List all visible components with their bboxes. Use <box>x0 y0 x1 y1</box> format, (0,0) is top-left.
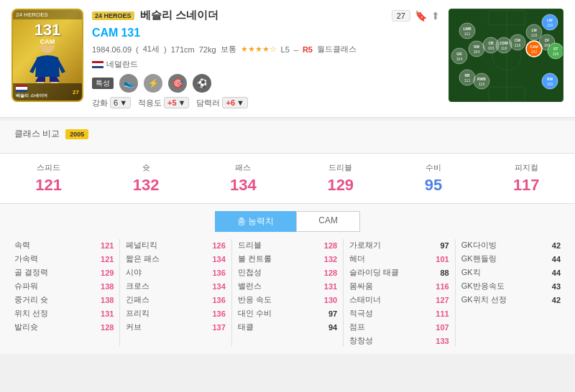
stat-row: 창창성133 <box>346 335 451 347</box>
svg-text:126: 126 <box>553 52 559 56</box>
stat-row-value: 133 <box>428 337 449 345</box>
player-meta: 1984.06.09 ( 41세 ) 171cm 72kg 보통 ★★★★☆ L… <box>92 44 440 55</box>
svg-point-27 <box>510 34 525 50</box>
player-number-badge: 27 <box>392 10 410 22</box>
stat-row: 커브137 <box>123 321 228 333</box>
enh-강화-caret: ▼ <box>119 98 127 107</box>
stat-row-name: 커브 <box>126 322 142 332</box>
stat-row-value: 107 <box>428 323 449 332</box>
svg-point-36 <box>548 43 564 59</box>
col-divider <box>119 239 120 347</box>
stat-row-name: 스태미너 <box>349 294 381 305</box>
svg-point-42 <box>474 73 489 89</box>
svg-text:CDM: CDM <box>500 41 507 45</box>
player-name: 베슬리 스네이더 <box>140 9 218 22</box>
svg-text:103: 103 <box>488 46 494 50</box>
stat-row-name: 가로채기 <box>349 240 381 251</box>
stat-row-name: 속력 <box>14 240 30 251</box>
position-label: CAM <box>92 27 118 39</box>
stat-row-name: GK위치 선정 <box>461 294 507 305</box>
col-divider <box>343 239 344 347</box>
stat-row: 점프107 <box>346 321 451 333</box>
defense-value: 95 <box>425 176 442 195</box>
stat-row: 적극성111 <box>346 307 451 319</box>
stat-row-name: 헤더 <box>349 253 365 264</box>
stat-row-name: 가속력 <box>14 253 38 264</box>
svg-point-24 <box>496 37 512 53</box>
svg-text:132: 132 <box>531 50 538 54</box>
svg-text:RB: RB <box>464 73 470 78</box>
stars: ★★★★☆ <box>241 45 277 54</box>
svg-text:111: 111 <box>464 32 471 36</box>
enh-담력러-select[interactable]: +6 ▼ <box>222 97 247 108</box>
col-divider <box>231 239 232 347</box>
svg-text:ST: ST <box>553 47 558 51</box>
stat-row-value: 131 <box>316 282 337 291</box>
stat-row-value: 134 <box>204 282 226 291</box>
svg-text:LM: LM <box>531 28 536 32</box>
player-info: 24 HEROES 베슬리 스네이더 27 🔖 ⬆ CAM 131 1984.0… <box>92 9 440 108</box>
bookmark-icon[interactable]: 🔖 <box>415 10 427 22</box>
stat-row-value: 136 <box>204 269 226 277</box>
svg-point-39 <box>459 70 475 85</box>
tab-cam[interactable]: CAM <box>296 211 360 232</box>
stat-row-name: 점프 <box>349 322 365 332</box>
svg-text:116: 116 <box>501 46 507 50</box>
enh-담력러-label: 담력러 <box>196 98 220 108</box>
svg-point-15 <box>451 48 467 64</box>
stat-row-name: 위치 선정 <box>14 308 48 319</box>
stat-row-value: 136 <box>204 296 226 304</box>
stat-row: 긴패스136 <box>123 294 228 306</box>
trait-accel-icon: ⚡ <box>144 74 162 93</box>
enh-적응도-select[interactable]: +5 ▼ <box>164 97 189 108</box>
stat-row-value: 128 <box>316 269 337 277</box>
class-badge[interactable]: 2005 <box>65 129 88 139</box>
defense-label: 수비 <box>426 162 441 173</box>
position-rating: CAM 131 <box>92 27 440 39</box>
stat-column-3: 드리블128볼 컨트롤132민첩성128밸런스131반응 속도130대인 수비9… <box>235 239 340 347</box>
stat-row-value: 97 <box>428 241 449 250</box>
formation-chart: LWB111LW120LM116GK104SW104CB103CDM116CM1… <box>448 9 564 102</box>
player-card: 24 HEROES 131 CAM <box>12 9 83 102</box>
stat-row: 발리슛128 <box>12 321 116 333</box>
stat-row-value: 138 <box>92 282 114 291</box>
stat-column-2: 페널티킥126짧은 패스134시야136크로스134긴패스136프리킥136커브… <box>123 239 228 347</box>
stat-row-value: 132 <box>316 255 337 263</box>
stat-row-name: 크로스 <box>126 281 150 291</box>
enh-강화-select[interactable]: 6 ▼ <box>110 97 131 108</box>
class-compare-label: 클래스 비교 <box>14 128 60 140</box>
player-silhouette <box>22 45 73 83</box>
stat-row-value: 44 <box>539 269 561 277</box>
stat-row: 짧은 패스134 <box>123 253 228 265</box>
stat-row: 프리킥136 <box>123 307 228 319</box>
stat-column-1: 속력121가속력121골 결정력129슈파워138중거리 슛138위치 선정13… <box>12 239 116 347</box>
stat-row: 가속력121 <box>12 253 116 265</box>
svg-text:SW: SW <box>474 45 479 49</box>
stat-row-name: GK다이빙 <box>461 240 497 251</box>
class: 월드클래스 <box>317 44 356 55</box>
dob: 1984.06.09 <box>92 45 132 54</box>
stat-row: 슈파워138 <box>12 280 116 292</box>
card-rating: 131 <box>34 22 61 38</box>
weight: 72kg <box>199 45 216 54</box>
card-badge-label: 24 HEROES <box>16 11 48 18</box>
card-flag <box>16 85 27 92</box>
stat-row-name: 드리블 <box>238 240 262 251</box>
card-player-name: 베슬리 스네이더 <box>16 93 47 99</box>
svg-text:GK: GK <box>456 52 462 56</box>
stat-row-value: 127 <box>428 296 449 304</box>
top-section: 24 HEROES 131 CAM <box>0 0 575 118</box>
stat-row-name: GK반응속도 <box>461 281 505 291</box>
body-type: 보통 <box>221 44 236 55</box>
stat-row-name: 볼 컨트롤 <box>238 253 272 264</box>
tab-total[interactable]: 총 능력치 <box>215 211 296 232</box>
pass-value: 134 <box>230 176 257 195</box>
class-badge-text: 2005 <box>70 131 84 138</box>
stat-row: 민첩성128 <box>235 266 340 279</box>
svg-text:CAM: CAM <box>530 45 538 49</box>
stat-row: GK핸들링44 <box>459 253 564 265</box>
card-position: CAM <box>40 38 55 45</box>
share-icon[interactable]: ⬆ <box>431 10 440 22</box>
svg-text:116: 116 <box>531 33 538 37</box>
stat-row-name: 발리슛 <box>14 322 38 332</box>
